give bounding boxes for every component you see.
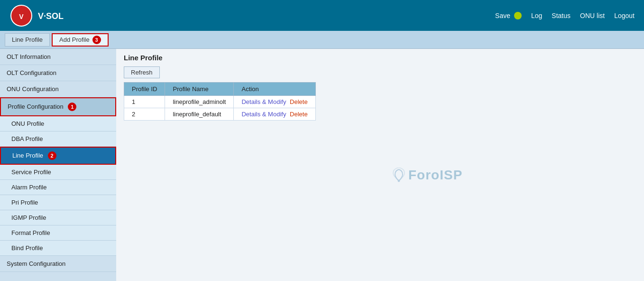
col-profile-name: Profile Name [165,83,234,96]
sidebar-subitem-format-profile[interactable]: Format Profile [0,225,116,241]
sidebar-item-system-config-label: System Configuration [7,260,65,267]
watermark-text: ForoISP [408,168,462,183]
tab-bar: Line Profile Add Profile 3 [0,31,644,49]
sidebar-subitem-dba-profile-label: DBA Profile [11,135,43,142]
sidebar: OLT Information OLT Configuration ONU Co… [0,49,116,281]
sidebar-subitem-line-profile-label: Line Profile [12,152,43,159]
sidebar-item-profile-config[interactable]: Profile Configuration 1 [0,97,116,116]
tab-add-profile[interactable]: Add Profile 3 [52,33,109,47]
header: V V·SOL Save Log Status ONU list Logout [0,0,644,31]
tab-add-profile-label: Add Profile [59,36,90,43]
row1-id: 1 [124,96,165,108]
save-label[interactable]: Save [495,12,510,19]
sidebar-item-profile-config-label: Profile Configuration [8,103,64,110]
sidebar-item-system-config[interactable]: System Configuration [0,256,116,272]
row2-name: lineprofile_default [165,108,234,121]
sidebar-subitem-alarm-profile-label: Alarm Profile [11,184,46,191]
onu-list-link[interactable]: ONU list [580,12,605,19]
sidebar-line-profile-badge: 2 [48,151,56,160]
sidebar-subitem-onu-profile-label: ONU Profile [11,120,44,127]
sidebar-item-olt-info[interactable]: OLT Information [0,49,116,65]
sidebar-item-olt-config[interactable]: OLT Configuration [0,65,116,81]
col-action: Action [234,83,315,96]
sidebar-subitem-pri-profile-label: Pri Profile [11,199,38,206]
log-link[interactable]: Log [531,12,542,19]
sidebar-subitem-service-profile-label: Service Profile [11,169,51,176]
table-row: 2 lineprofile_default Details & Modify D… [124,108,316,121]
sidebar-subitem-igmp-profile-label: IGMP Profile [11,214,46,221]
svg-point-3 [398,180,400,182]
vsol-logo: V [9,4,33,28]
sidebar-subitem-bind-profile[interactable]: Bind Profile [0,241,116,256]
tab-add-profile-badge: 3 [92,36,101,44]
row1-name: lineprofile_adminolt [165,96,234,108]
sidebar-profile-config-badge: 1 [68,103,76,111]
sidebar-subitem-pri-profile[interactable]: Pri Profile [0,195,116,210]
sidebar-item-onu-config-label: ONU Configuration [7,85,59,93]
table-row: 1 lineprofile_adminolt Details & Modify … [124,96,316,108]
col-profile-id: Profile ID [124,83,165,96]
status-indicator [514,12,522,19]
row2-actions: Details & Modify Delete [234,108,315,121]
row2-delete[interactable]: Delete [290,111,308,118]
foroisp-watermark: ForoISP [391,168,462,183]
tab-line-profile-label: Line Profile [12,36,43,43]
sidebar-subitem-onu-profile[interactable]: ONU Profile [0,116,116,131]
logout-link[interactable]: Logout [614,12,635,19]
sidebar-subitem-format-profile-label: Format Profile [11,229,50,236]
main-layout: OLT Information OLT Configuration ONU Co… [0,49,644,281]
sidebar-subitem-line-profile[interactable]: Line Profile 2 [0,147,116,165]
profile-table: Profile ID Profile Name Action 1 linepro… [124,82,316,121]
status-link[interactable]: Status [552,12,570,19]
sidebar-subitem-bind-profile-label: Bind Profile [11,244,43,252]
save-area: Save [495,12,522,19]
sidebar-item-olt-info-label: OLT Information [7,53,51,60]
row1-details-modify[interactable]: Details & Modify [241,98,286,105]
sidebar-subitem-igmp-profile[interactable]: IGMP Profile [0,210,116,225]
sidebar-subitem-service-profile[interactable]: Service Profile [0,165,116,180]
row2-id: 2 [124,108,165,121]
refresh-button[interactable]: Refresh [124,66,160,78]
header-right: Save Log Status ONU list Logout [495,12,635,19]
sidebar-subitem-alarm-profile[interactable]: Alarm Profile [0,180,116,195]
svg-text:V·SOL: V·SOL [38,11,64,21]
sidebar-subitem-dba-profile[interactable]: DBA Profile [0,131,116,147]
page-title: Line Profile [124,54,636,62]
logo-area: V V·SOL [9,4,84,28]
tab-line-profile[interactable]: Line Profile [5,33,50,47]
sidebar-item-onu-config[interactable]: ONU Configuration [0,81,116,97]
svg-text:V: V [19,13,24,20]
vsol-wordmark: V·SOL [37,9,84,23]
row2-details-modify[interactable]: Details & Modify [241,111,286,118]
row1-delete[interactable]: Delete [290,98,308,105]
signal-icon [391,168,406,183]
sidebar-item-olt-config-label: OLT Configuration [7,69,56,76]
row1-actions: Details & Modify Delete [234,96,315,108]
content-area: Line Profile Refresh Profile ID Profile … [116,49,644,281]
